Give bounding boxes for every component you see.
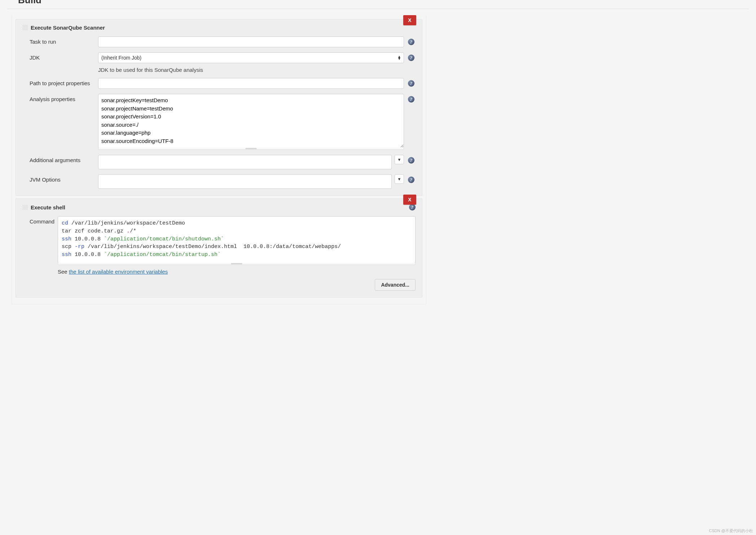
command-editor[interactable]: cd /var/lib/jenkins/workspace/testDemo t… xyxy=(58,216,416,263)
remove-shell-button[interactable]: X xyxy=(403,195,416,205)
analysis-props-textarea[interactable]: sonar.projectKey=testDemo sonar.projectN… xyxy=(98,94,404,148)
help-icon[interactable]: ? xyxy=(408,80,414,87)
expand-button[interactable]: ▼ xyxy=(395,155,404,164)
drag-handle-icon[interactable] xyxy=(22,205,28,210)
block-title: Execute shell xyxy=(31,204,65,210)
block-title: Execute SonarQube Scanner xyxy=(31,25,105,31)
env-vars-link[interactable]: the list of available environment variab… xyxy=(69,269,168,275)
divider xyxy=(7,9,749,9)
execute-shell-block: X Execute shell ? Command cd /var/lib/je… xyxy=(16,199,422,297)
path-props-input[interactable] xyxy=(98,78,404,89)
page-title: Build xyxy=(18,0,749,5)
task-to-run-input[interactable] xyxy=(98,36,404,47)
analysis-props-label: Analysis properties xyxy=(22,94,98,102)
jdk-label: JDK xyxy=(22,52,98,61)
remove-sonar-button[interactable]: X xyxy=(403,15,416,25)
help-icon[interactable]: ? xyxy=(408,39,414,45)
jdk-help-text: JDK to be used for this SonarQube analys… xyxy=(98,67,416,73)
advanced-button[interactable]: Advanced... xyxy=(375,279,416,291)
jvm-options-label: JVM Options xyxy=(22,174,98,183)
drag-handle-icon[interactable] xyxy=(22,25,28,30)
path-props-label: Path to project properties xyxy=(22,78,98,86)
help-icon[interactable]: ? xyxy=(408,96,414,103)
help-icon[interactable]: ? xyxy=(408,177,414,183)
help-icon[interactable]: ? xyxy=(408,55,414,61)
additional-args-input[interactable] xyxy=(98,155,392,169)
jvm-options-input[interactable] xyxy=(98,174,392,189)
expand-button[interactable]: ▼ xyxy=(395,174,404,184)
command-label: Command xyxy=(22,216,58,225)
resize-handle[interactable] xyxy=(58,263,416,265)
resize-handle[interactable] xyxy=(98,148,404,150)
sonarqube-scanner-block: X Execute SonarQube Scanner Task to run … xyxy=(16,19,422,196)
task-to-run-label: Task to run xyxy=(22,36,98,45)
help-icon[interactable]: ? xyxy=(408,157,414,164)
additional-args-label: Additional arguments xyxy=(22,155,98,163)
build-steps-container: X Execute SonarQube Scanner Task to run … xyxy=(12,16,426,304)
env-vars-prefix: See xyxy=(58,269,69,275)
jdk-select[interactable]: (Inherit From Job) xyxy=(98,52,404,63)
help-icon[interactable]: ? xyxy=(409,204,416,210)
